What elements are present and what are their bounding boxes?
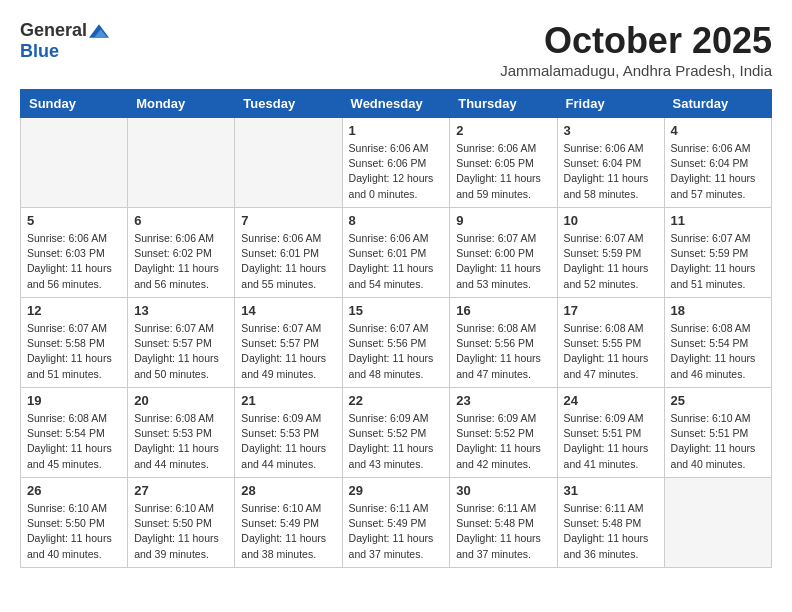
calendar-cell: 10Sunrise: 6:07 AM Sunset: 5:59 PM Dayli… — [557, 208, 664, 298]
day-number: 27 — [134, 483, 228, 498]
calendar-cell — [664, 478, 771, 568]
day-number: 5 — [27, 213, 121, 228]
calendar-cell: 8Sunrise: 6:06 AM Sunset: 6:01 PM Daylig… — [342, 208, 450, 298]
calendar-cell: 17Sunrise: 6:08 AM Sunset: 5:55 PM Dayli… — [557, 298, 664, 388]
day-info: Sunrise: 6:09 AM Sunset: 5:52 PM Dayligh… — [349, 411, 444, 472]
day-info: Sunrise: 6:06 AM Sunset: 6:01 PM Dayligh… — [349, 231, 444, 292]
day-number: 7 — [241, 213, 335, 228]
calendar-header-row: SundayMondayTuesdayWednesdayThursdayFrid… — [21, 90, 772, 118]
day-number: 16 — [456, 303, 550, 318]
calendar-cell: 7Sunrise: 6:06 AM Sunset: 6:01 PM Daylig… — [235, 208, 342, 298]
day-info: Sunrise: 6:07 AM Sunset: 5:57 PM Dayligh… — [241, 321, 335, 382]
day-number: 11 — [671, 213, 765, 228]
day-info: Sunrise: 6:06 AM Sunset: 6:01 PM Dayligh… — [241, 231, 335, 292]
month-title: October 2025 — [500, 20, 772, 62]
day-number: 23 — [456, 393, 550, 408]
day-info: Sunrise: 6:10 AM Sunset: 5:51 PM Dayligh… — [671, 411, 765, 472]
day-info: Sunrise: 6:08 AM Sunset: 5:53 PM Dayligh… — [134, 411, 228, 472]
calendar-cell: 3Sunrise: 6:06 AM Sunset: 6:04 PM Daylig… — [557, 118, 664, 208]
day-info: Sunrise: 6:11 AM Sunset: 5:49 PM Dayligh… — [349, 501, 444, 562]
day-number: 2 — [456, 123, 550, 138]
calendar-cell: 28Sunrise: 6:10 AM Sunset: 5:49 PM Dayli… — [235, 478, 342, 568]
day-number: 1 — [349, 123, 444, 138]
calendar-cell: 13Sunrise: 6:07 AM Sunset: 5:57 PM Dayli… — [128, 298, 235, 388]
title-block: October 2025 Jammalamadugu, Andhra Prade… — [500, 20, 772, 79]
calendar-cell: 21Sunrise: 6:09 AM Sunset: 5:53 PM Dayli… — [235, 388, 342, 478]
location-text: Jammalamadugu, Andhra Pradesh, India — [500, 62, 772, 79]
day-number: 14 — [241, 303, 335, 318]
day-info: Sunrise: 6:07 AM Sunset: 5:57 PM Dayligh… — [134, 321, 228, 382]
day-info: Sunrise: 6:07 AM Sunset: 5:56 PM Dayligh… — [349, 321, 444, 382]
day-header-thursday: Thursday — [450, 90, 557, 118]
calendar-cell: 11Sunrise: 6:07 AM Sunset: 5:59 PM Dayli… — [664, 208, 771, 298]
day-number: 28 — [241, 483, 335, 498]
day-info: Sunrise: 6:07 AM Sunset: 5:58 PM Dayligh… — [27, 321, 121, 382]
calendar-cell: 20Sunrise: 6:08 AM Sunset: 5:53 PM Dayli… — [128, 388, 235, 478]
page-header: General Blue October 2025 Jammalamadugu,… — [20, 20, 772, 79]
day-number: 30 — [456, 483, 550, 498]
day-number: 20 — [134, 393, 228, 408]
calendar-cell: 30Sunrise: 6:11 AM Sunset: 5:48 PM Dayli… — [450, 478, 557, 568]
logo: General Blue — [20, 20, 109, 62]
calendar-cell: 22Sunrise: 6:09 AM Sunset: 5:52 PM Dayli… — [342, 388, 450, 478]
day-info: Sunrise: 6:07 AM Sunset: 5:59 PM Dayligh… — [671, 231, 765, 292]
day-info: Sunrise: 6:08 AM Sunset: 5:54 PM Dayligh… — [671, 321, 765, 382]
calendar-cell: 24Sunrise: 6:09 AM Sunset: 5:51 PM Dayli… — [557, 388, 664, 478]
day-number: 25 — [671, 393, 765, 408]
calendar-week-2: 12Sunrise: 6:07 AM Sunset: 5:58 PM Dayli… — [21, 298, 772, 388]
day-number: 15 — [349, 303, 444, 318]
day-number: 21 — [241, 393, 335, 408]
calendar-cell — [128, 118, 235, 208]
day-header-saturday: Saturday — [664, 90, 771, 118]
day-info: Sunrise: 6:10 AM Sunset: 5:50 PM Dayligh… — [134, 501, 228, 562]
day-info: Sunrise: 6:06 AM Sunset: 6:05 PM Dayligh… — [456, 141, 550, 202]
day-number: 22 — [349, 393, 444, 408]
day-info: Sunrise: 6:06 AM Sunset: 6:03 PM Dayligh… — [27, 231, 121, 292]
day-number: 13 — [134, 303, 228, 318]
calendar-cell: 27Sunrise: 6:10 AM Sunset: 5:50 PM Dayli… — [128, 478, 235, 568]
day-number: 29 — [349, 483, 444, 498]
calendar-cell: 23Sunrise: 6:09 AM Sunset: 5:52 PM Dayli… — [450, 388, 557, 478]
calendar-week-4: 26Sunrise: 6:10 AM Sunset: 5:50 PM Dayli… — [21, 478, 772, 568]
day-number: 26 — [27, 483, 121, 498]
calendar-cell: 6Sunrise: 6:06 AM Sunset: 6:02 PM Daylig… — [128, 208, 235, 298]
day-header-monday: Monday — [128, 90, 235, 118]
day-info: Sunrise: 6:09 AM Sunset: 5:51 PM Dayligh… — [564, 411, 658, 472]
day-header-friday: Friday — [557, 90, 664, 118]
calendar-cell: 2Sunrise: 6:06 AM Sunset: 6:05 PM Daylig… — [450, 118, 557, 208]
day-number: 17 — [564, 303, 658, 318]
day-info: Sunrise: 6:06 AM Sunset: 6:02 PM Dayligh… — [134, 231, 228, 292]
day-number: 10 — [564, 213, 658, 228]
day-number: 8 — [349, 213, 444, 228]
day-info: Sunrise: 6:08 AM Sunset: 5:56 PM Dayligh… — [456, 321, 550, 382]
day-info: Sunrise: 6:09 AM Sunset: 5:53 PM Dayligh… — [241, 411, 335, 472]
calendar-cell: 12Sunrise: 6:07 AM Sunset: 5:58 PM Dayli… — [21, 298, 128, 388]
day-number: 6 — [134, 213, 228, 228]
day-info: Sunrise: 6:06 AM Sunset: 6:04 PM Dayligh… — [671, 141, 765, 202]
calendar-cell: 18Sunrise: 6:08 AM Sunset: 5:54 PM Dayli… — [664, 298, 771, 388]
calendar-week-1: 5Sunrise: 6:06 AM Sunset: 6:03 PM Daylig… — [21, 208, 772, 298]
day-info: Sunrise: 6:10 AM Sunset: 5:50 PM Dayligh… — [27, 501, 121, 562]
calendar-cell: 25Sunrise: 6:10 AM Sunset: 5:51 PM Dayli… — [664, 388, 771, 478]
calendar-cell: 1Sunrise: 6:06 AM Sunset: 6:06 PM Daylig… — [342, 118, 450, 208]
day-info: Sunrise: 6:11 AM Sunset: 5:48 PM Dayligh… — [564, 501, 658, 562]
day-info: Sunrise: 6:08 AM Sunset: 5:54 PM Dayligh… — [27, 411, 121, 472]
day-number: 24 — [564, 393, 658, 408]
logo-blue-text: Blue — [20, 41, 59, 62]
calendar-cell: 9Sunrise: 6:07 AM Sunset: 6:00 PM Daylig… — [450, 208, 557, 298]
day-number: 19 — [27, 393, 121, 408]
day-info: Sunrise: 6:11 AM Sunset: 5:48 PM Dayligh… — [456, 501, 550, 562]
calendar-cell: 26Sunrise: 6:10 AM Sunset: 5:50 PM Dayli… — [21, 478, 128, 568]
calendar-cell — [21, 118, 128, 208]
day-info: Sunrise: 6:09 AM Sunset: 5:52 PM Dayligh… — [456, 411, 550, 472]
day-number: 9 — [456, 213, 550, 228]
calendar-table: SundayMondayTuesdayWednesdayThursdayFrid… — [20, 89, 772, 568]
day-header-tuesday: Tuesday — [235, 90, 342, 118]
calendar-cell: 15Sunrise: 6:07 AM Sunset: 5:56 PM Dayli… — [342, 298, 450, 388]
day-number: 12 — [27, 303, 121, 318]
day-info: Sunrise: 6:06 AM Sunset: 6:06 PM Dayligh… — [349, 141, 444, 202]
day-info: Sunrise: 6:06 AM Sunset: 6:04 PM Dayligh… — [564, 141, 658, 202]
calendar-cell: 14Sunrise: 6:07 AM Sunset: 5:57 PM Dayli… — [235, 298, 342, 388]
calendar-week-0: 1Sunrise: 6:06 AM Sunset: 6:06 PM Daylig… — [21, 118, 772, 208]
day-number: 31 — [564, 483, 658, 498]
